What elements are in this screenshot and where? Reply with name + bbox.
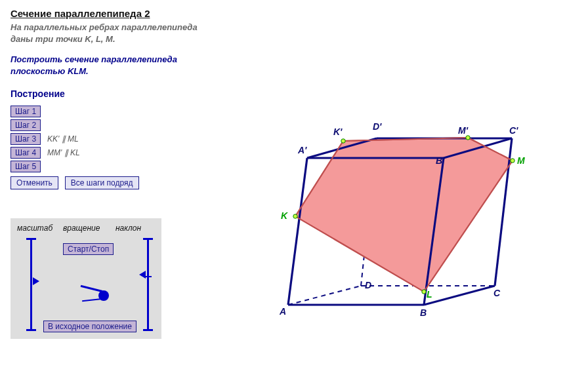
rotation-dial[interactable] [83,281,116,307]
scale-slider[interactable] [26,238,35,331]
task-line1: Построить сечение параллелепипеда [10,54,177,64]
construction-heading: Построение [10,88,220,99]
label-K: K [281,210,287,221]
label-L: L [427,289,432,300]
step-1-button[interactable]: Шаг 1 [10,106,41,117]
label-A: A [280,306,286,317]
tilt-slider-thumb[interactable] [139,271,146,279]
all-steps-button[interactable]: Все шаги подряд [65,176,139,189]
label-Cp: C' [509,125,518,136]
svg-line-6 [424,286,495,305]
step-4-note: MM' ∥ KL [47,148,80,157]
step-3-note: KK' ∥ ML [47,134,79,144]
svg-point-19 [293,214,297,218]
given-line1: На параллельных ребрах параллелепипеда [10,22,198,32]
problem-given: На параллельных ребрах параллелепипеда д… [10,22,556,45]
page-title: Сечение параллелепипеда 2 [10,8,556,19]
reset-button[interactable]: В исходное положение [43,321,136,332]
label-Bp: B' [436,155,444,166]
start-stop-button[interactable]: Старт/Стоп [63,243,114,255]
control-panel: масштаб вращение наклон Старт/Стоп [10,218,161,339]
svg-line-10 [288,158,307,305]
scale-slider-thumb[interactable] [33,277,39,285]
svg-point-23 [466,136,470,140]
label-C: C [494,288,500,298]
scale-label: масштаб [17,224,63,233]
label-Mp: M' [458,125,468,136]
parallelepiped-svg [247,102,536,338]
svg-point-20 [422,290,426,294]
label-Kp: K' [333,127,342,137]
diagram[interactable]: A' K' D' B' M' C' M K D L A B C [247,102,536,338]
svg-point-22 [341,139,345,143]
svg-marker-4 [295,138,513,292]
svg-point-21 [511,159,514,163]
label-D: D [365,280,371,290]
step-2-button[interactable]: Шаг 2 [10,119,41,131]
tilt-label: наклон [116,224,155,233]
step-3-button[interactable]: Шаг 3 [10,133,41,145]
step-4-button[interactable]: Шаг 4 [10,147,41,159]
svg-line-0 [288,286,361,305]
label-Ap: A' [298,145,306,155]
label-B: B [420,307,427,318]
tilt-slider[interactable] [143,238,152,331]
task-line2: плоскостью KLM. [10,66,89,76]
cancel-button[interactable]: Отменить [10,176,58,189]
step-5-button[interactable]: Шаг 5 [10,161,41,172]
given-line2: даны три точки K, L, M. [10,34,116,44]
problem-task: Построить сечение параллелепипеда плоско… [10,54,556,77]
label-M: M [517,155,525,166]
label-Dp: D' [373,121,381,132]
rotation-label: вращение [63,224,116,233]
